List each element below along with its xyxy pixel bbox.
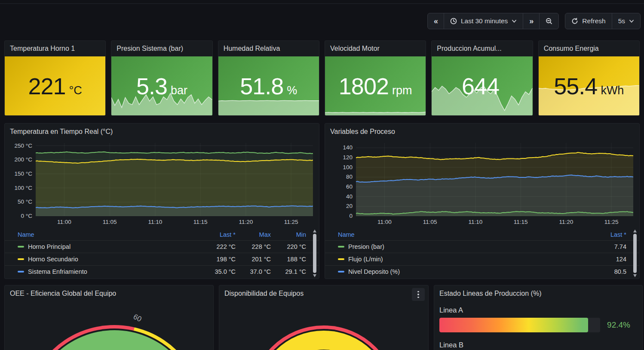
panel-variables-proceso: Variables de Proceso 140120100806040200 … [325,123,640,279]
series-color-marker [338,246,344,248]
scrollbar-thumb[interactable] [633,234,637,273]
legend-row: Horno Secundario 198 °C 201 °C 188 °C [5,253,319,265]
series-color-marker [338,271,344,273]
sparkline [325,110,426,115]
stat-panel-temperatura-horno: Temperatura Horno 1 221°C [4,40,106,116]
legend-header: Name Last * Max Min [5,229,319,240]
plot-canvas[interactable]: 11:0011:0511:1011:1511:2011:25 [356,143,633,228]
legend-col-min[interactable]: Min [271,231,306,238]
clock-icon [450,18,457,25]
bar-gauge-track [439,318,600,332]
chart-area: 140120100806040200 11:0011:0511:1011:151… [325,143,639,228]
panel-title[interactable]: Presion Sistema (bar) [111,41,212,53]
stat-value: 5.3bar [136,73,187,99]
gauge-threshold-label: 60 [132,313,143,324]
legend-col-name[interactable]: Name [338,231,585,238]
legend-row: Horno Principal 222 °C 228 °C 220 °C [5,240,319,253]
chevron-down-icon [629,19,634,24]
top-nav-edge [0,0,644,4]
stat-value: 1802rpm [339,73,412,99]
stat-value: 221°C [28,73,82,99]
series-color-marker [18,246,24,248]
panel-title[interactable]: Velocidad Motor [325,41,426,53]
panel-title[interactable]: Humedad Relativa [218,41,319,53]
legend-table: Name Last * Presion (bar) 7.74 Flujo (L/… [325,229,639,278]
y-axis: 250 °C200 °C150 °C100 °C50 °C0 °C [5,143,36,216]
oee-gauge [25,325,204,350]
legend-col-name[interactable]: Name [18,231,200,238]
stat-panels-row: Temperatura Horno 1 221°C Presion Sistem… [4,40,640,116]
time-range-label: Last 30 minutes [461,17,508,25]
scrollbar-thumb[interactable] [313,234,316,273]
time-shift-forward-button[interactable]: » [523,13,539,29]
scroll-down-icon[interactable] [313,274,316,277]
zoom-out-button[interactable] [539,13,558,29]
stat-panel-consumo-energia: Consumo Energia 55.4kWh [538,40,640,116]
panel-title[interactable]: Disponibilidad de Equipos [219,285,428,297]
chevron-down-icon [512,19,517,24]
panel-disponibilidad-gauge: Disponibilidad de Equipos [219,285,429,350]
refresh-controls: Refresh 5s [565,13,641,29]
refresh-icon [571,18,578,25]
time-controls: « Last 30 minutes » [427,13,559,29]
bottom-panels-row: OEE - Eficiencia Global del Equipo 60 Di… [4,285,640,350]
legend-header: Name Last * [325,229,639,240]
x-axis: 11:0011:0511:1011:1511:2011:25 [36,216,313,228]
legend-row: Nivel Deposito (%) 80.5 [325,265,639,278]
legend-row: Flujo (L/min) 124 [325,253,639,265]
time-shift-back-button[interactable]: « [428,13,444,29]
y-axis: 140120100806040200 [325,143,356,216]
sparkline [218,99,319,115]
legend-col-max[interactable]: Max [236,231,271,238]
stat-panel-produccion-acumulada: Produccion Acumul... 644 [431,40,533,116]
panel-title[interactable]: Temperatura en Tiempo Real (°C) [5,124,319,136]
stat-value: 55.4kWh [554,73,624,99]
panel-temperatura-tiempo-real: Temperatura en Tiempo Real (°C) 250 °C20… [4,123,319,279]
panel-title[interactable]: Temperatura Horno 1 [5,41,105,53]
series-color-marker [338,258,344,260]
bar-gauge-label: Linea B [439,341,637,349]
legend-table: Name Last * Max Min Horno Principal 222 … [5,229,319,278]
scroll-up-icon[interactable] [633,229,637,232]
plot-canvas[interactable]: 11:0011:0511:1011:1511:2011:25 [36,143,313,228]
stat-panel-humedad-relativa: Humedad Relativa 51.8% [218,40,319,116]
x-axis: 11:0011:0511:1011:1511:2011:25 [356,216,633,228]
panel-oee-gauge: OEE - Eficiencia Global del Equipo 60 [4,285,214,350]
legend-row: Presion (bar) 7.74 [325,240,639,253]
scroll-down-icon[interactable] [633,274,637,277]
zoom-out-icon [546,18,552,25]
scroll-up-icon[interactable] [313,229,316,232]
panel-title[interactable]: OEE - Eficiencia Global del Equipo [5,285,213,297]
bar-gauge-fill [439,318,588,332]
panel-title[interactable]: Estado Lineas de Produccion (%) [434,285,642,297]
panel-title[interactable]: Variables de Proceso [325,124,639,136]
time-range-picker[interactable]: Last 30 minutes [444,13,523,29]
refresh-button[interactable]: Refresh [565,13,611,29]
chart-area: 250 °C200 °C150 °C100 °C50 °C0 °C 11:001… [5,143,319,228]
line-chart [356,143,633,216]
legend-col-last[interactable]: Last * [585,231,626,238]
panel-estado-lineas: Estado Lineas de Produccion (%) Linea A … [434,285,643,350]
disponibilidad-gauge [250,325,397,350]
legend-col-last[interactable]: Last * [200,231,236,238]
legend-scrollbar[interactable] [633,229,637,277]
timeseries-row: Temperatura en Tiempo Real (°C) 250 °C20… [4,123,640,279]
series-color-marker [18,258,24,260]
series-color-marker [18,271,24,273]
refresh-interval-picker[interactable]: 5s [612,13,640,29]
stat-value: 644 [462,73,503,99]
legend-row: Sistema Enfriamiento 35.0 °C 37.0 °C 29.… [5,265,319,278]
stat-value: 51.8% [240,73,297,99]
bar-gauge-group: Linea A 92.4% Linea B [434,306,642,349]
panel-title[interactable]: Produccion Acumul... [432,41,532,53]
panel-menu-button[interactable] [412,288,425,301]
dashboard-toolbar: « Last 30 minutes » Refresh 5s [0,13,641,29]
bar-gauge-label: Linea A [439,306,637,314]
bar-gauge-value: 92.4% [600,320,637,330]
stat-panel-presion-sistema: Presion Sistema (bar) 5.3bar [111,40,212,116]
panel-title[interactable]: Consumo Energia [539,41,639,53]
line-chart [36,143,313,216]
stat-panel-velocidad-motor: Velocidad Motor 1802rpm [325,40,426,116]
legend-scrollbar[interactable] [313,229,317,277]
